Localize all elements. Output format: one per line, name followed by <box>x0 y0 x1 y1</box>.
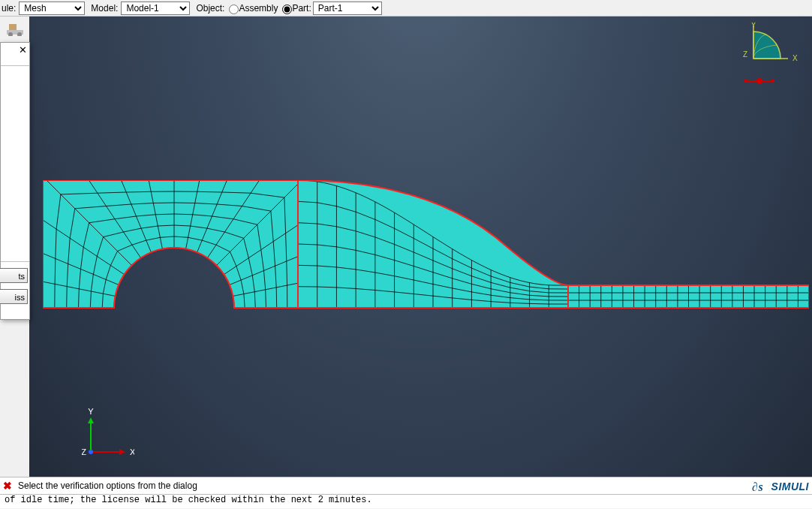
part-radio-label: Part: <box>292 3 311 14</box>
prompt-bar: ✖ Select the verification options from t… <box>0 477 812 495</box>
module-dropdown[interactable]: Mesh <box>19 2 85 15</box>
svg-rect-10 <box>744 80 747 83</box>
svg-text:Y: Y <box>88 408 94 416</box>
dialog-button-2[interactable]: iss <box>0 289 28 304</box>
assembly-radio[interactable] <box>229 5 239 14</box>
prompt-text: Select the verification options from the… <box>18 480 197 491</box>
message-line: of idle time; the license will be checke… <box>0 495 812 508</box>
svg-rect-3 <box>9 24 17 30</box>
svg-text:∂s: ∂s <box>752 480 763 493</box>
cancel-icon[interactable]: ✖ <box>3 480 12 492</box>
tool-icon-strip <box>0 17 30 43</box>
close-icon[interactable]: ✕ <box>19 44 27 56</box>
svg-text:Z: Z <box>743 50 747 59</box>
module-label: ule: <box>2 3 16 14</box>
svg-rect-11 <box>771 80 774 83</box>
dialog-button-1[interactable]: ts <box>0 268 28 283</box>
view-triad: Y X Z <box>82 408 134 461</box>
model-label: Model: <box>91 3 118 14</box>
assembly-radio-label: Assembly <box>239 3 278 14</box>
svg-point-19 <box>89 450 93 454</box>
svg-text:Z: Z <box>82 447 86 456</box>
svg-text:X: X <box>792 54 798 62</box>
svg-marker-17 <box>119 449 125 455</box>
brand-logo: ∂s SIMULI <box>752 477 809 495</box>
svg-marker-14 <box>88 417 94 423</box>
meshed-part <box>43 180 809 312</box>
svg-point-12 <box>756 78 762 84</box>
svg-text:Y: Y <box>751 23 756 29</box>
mesh-tool-icon[interactable] <box>5 21 26 36</box>
object-label: Object: <box>196 3 224 14</box>
svg-text:X: X <box>130 447 134 456</box>
context-bar: ule: Mesh Model: Model-1 Object: Assembl… <box>0 0 812 17</box>
model-dropdown[interactable]: Model-1 <box>121 2 190 15</box>
view-compass: Y X Z <box>738 23 798 92</box>
part-dropdown[interactable]: Part-1 <box>313 2 382 15</box>
part-radio[interactable] <box>282 5 292 14</box>
viewport[interactable]: Y X Z Y X Z <box>29 17 812 492</box>
dialog-remnant: ✕ ts iss <box>0 42 30 320</box>
dialog-body <box>1 65 29 262</box>
